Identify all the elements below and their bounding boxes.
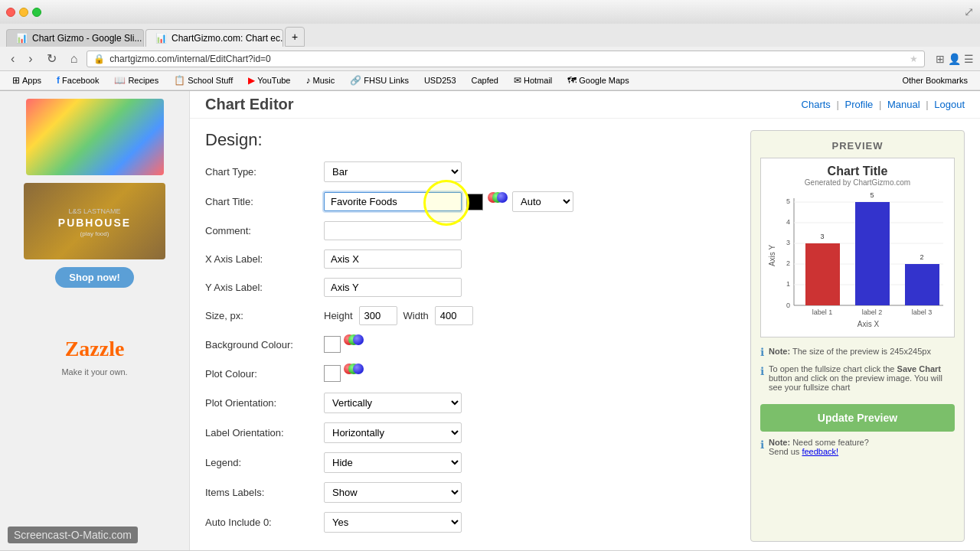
fullscreen-icon[interactable]: ⤢ — [964, 5, 974, 19]
y-axis-row: Y Axis Label: — [205, 278, 735, 297]
shop-now-button[interactable]: Shop now! — [55, 267, 133, 288]
items-labels-label: Items Labels: — [205, 487, 316, 498]
title-color-swatch[interactable] — [466, 194, 483, 210]
top-nav: Chart Editor Charts | Profile | Manual |… — [190, 91, 980, 119]
bookmark-googlemaps[interactable]: 🗺 Google Maps — [561, 73, 635, 87]
plot-orientation-select[interactable]: Vertically Horizontally — [324, 393, 462, 413]
maximize-button[interactable] — [32, 8, 41, 17]
svg-text:3: 3 — [786, 239, 790, 246]
bookmark-fhsu[interactable]: 🔗 FHSU Links — [344, 73, 415, 87]
svg-text:label 1: label 1 — [812, 308, 833, 316]
height-input[interactable] — [359, 306, 397, 325]
manual-link[interactable]: Manual — [887, 99, 920, 110]
bookmark-music[interactable]: ♪ Music — [300, 73, 341, 87]
bg-colour-controls — [324, 334, 364, 354]
feedback-link[interactable]: feedback! — [802, 447, 838, 456]
design-section: Design: Chart Type: Bar Chart Title: — [190, 119, 980, 550]
youtube-icon: ▶ — [248, 75, 255, 86]
tab-1[interactable]: 📊 Chart Gizmo - Google Sli... ✕ — [6, 29, 144, 47]
bar-2 — [855, 202, 890, 305]
school-icon: 📋 — [174, 75, 185, 86]
sidebar-ad1: L&S LASTNAME PUBHOUSE (play food) — [24, 183, 165, 259]
label-orientation-select[interactable]: Horizontally Vertically — [324, 422, 462, 443]
items-labels-row: Items Labels: Show Hide — [205, 482, 735, 503]
bookmark-school[interactable]: 📋 School Stuff — [168, 73, 239, 87]
user-icon[interactable]: 👤 — [948, 53, 961, 65]
close-button[interactable] — [6, 8, 15, 17]
note2-row: ℹ To open the fullsize chart click the S… — [760, 364, 955, 392]
main-content: Chart Editor Charts | Profile | Manual |… — [190, 91, 980, 550]
tab-1-label: Chart Gizmo - Google Sli... — [32, 33, 142, 44]
plot-colour-balls[interactable] — [344, 364, 364, 383]
size-label: Size, px: — [205, 310, 316, 321]
bookmark-youtube-label: YouTube — [257, 76, 290, 85]
bg-colour-row: Background Colour: — [205, 334, 735, 354]
menu-icon[interactable]: ☰ — [964, 53, 974, 65]
bg-colour-swatch[interactable] — [324, 336, 341, 353]
minimize-button[interactable] — [19, 8, 28, 17]
comment-input[interactable] — [324, 221, 462, 240]
info-icon-2: ℹ — [760, 365, 764, 377]
plot-colour-row: Plot Colour: — [205, 364, 735, 383]
page-title: Chart Editor — [205, 96, 294, 113]
refresh-button[interactable]: ↻ — [42, 50, 61, 67]
forward-button[interactable]: › — [24, 51, 37, 67]
width-input[interactable] — [435, 306, 473, 325]
items-labels-select[interactable]: Show Hide — [324, 482, 462, 503]
address-bar[interactable]: 🔒 chartgizmo.com/internal/EditChart?id=0… — [87, 51, 925, 67]
bookmark-capfed[interactable]: Capfed — [466, 74, 505, 86]
label-orientation-label: Label Orientation: — [205, 427, 316, 439]
home-button[interactable]: ⌂ — [66, 51, 83, 67]
bookmark-other-label: Other Bookmarks — [902, 76, 968, 85]
bookmark-music-label: Music — [313, 76, 335, 85]
bookmark-other[interactable]: Other Bookmarks — [896, 74, 974, 86]
x-axis-input[interactable] — [324, 249, 462, 269]
bookmark-hotmail[interactable]: ✉ Hotmail — [508, 73, 558, 87]
chart-type-row: Chart Type: Bar — [205, 161, 735, 182]
back-button[interactable]: ‹ — [6, 51, 19, 67]
feedback-text: Note: Need some feature? Send us feedbac… — [769, 438, 869, 456]
traffic-lights — [6, 8, 41, 17]
size-row: Size, px: Height Width — [205, 306, 735, 325]
plot-colour-swatch[interactable] — [324, 365, 341, 382]
nav-separator-1: | — [836, 99, 841, 110]
chart-type-select[interactable]: Bar — [324, 161, 462, 182]
tab-2-label: ChartGizmo.com: Chart ec... — [172, 33, 283, 44]
bookmark-hotmail-label: Hotmail — [524, 76, 552, 85]
update-preview-button[interactable]: Update Preview — [760, 404, 955, 432]
page-wrapper: L&S LASTNAME PUBHOUSE (play food) Shop n… — [0, 91, 980, 550]
plot-orientation-label: Plot Orientation: — [205, 397, 316, 409]
tab-2[interactable]: 📊 ChartGizmo.com: Chart ec... ✕ — [145, 29, 283, 47]
bookmark-maps-label: Google Maps — [579, 76, 629, 85]
bg-colour-balls[interactable] — [344, 334, 364, 354]
plot-orientation-row: Plot Orientation: Vertically Horizontall… — [205, 393, 735, 413]
bar-1 — [805, 243, 840, 305]
logout-link[interactable]: Logout — [934, 99, 965, 110]
fhsu-icon: 🔗 — [350, 75, 361, 86]
extensions-icon[interactable]: ⊞ — [936, 53, 945, 65]
zazzle-tagline: Make it your own. — [61, 367, 127, 377]
bookmark-facebook[interactable]: f Facebook — [51, 73, 105, 87]
chart-type-label: Chart Type: — [205, 166, 316, 178]
charts-link[interactable]: Charts — [802, 99, 831, 110]
new-tab-button[interactable]: + — [285, 27, 305, 47]
bookmark-apps[interactable]: ⊞ Apps — [6, 73, 47, 87]
bookmark-youtube[interactable]: ▶ YouTube — [242, 73, 296, 87]
svg-text:5: 5 — [786, 197, 790, 205]
x-axis-label: X Axis Label: — [205, 253, 316, 265]
chart-title-input[interactable] — [324, 192, 462, 211]
bookmark-recipes[interactable]: 📖 Recipes — [108, 73, 165, 87]
plot-colour-controls — [324, 364, 364, 383]
legend-select[interactable]: Hide Show — [324, 452, 462, 473]
auto-select[interactable]: Auto — [512, 191, 573, 212]
bookmark-usd253[interactable]: USD253 — [418, 74, 462, 86]
y-axis-input[interactable] — [324, 278, 462, 297]
sidebar-logo — [26, 99, 164, 175]
auto-include-label: Auto Include 0: — [205, 517, 316, 528]
tab-1-favicon: 📊 — [16, 33, 28, 44]
auto-include-select[interactable]: Yes No — [324, 512, 462, 533]
profile-link[interactable]: Profile — [844, 99, 873, 110]
title-color-balls[interactable] — [488, 192, 508, 212]
nav-separator-3: | — [926, 99, 931, 110]
chart-svg: Axis Y 0 1 2 3 4 5 — [767, 191, 955, 328]
